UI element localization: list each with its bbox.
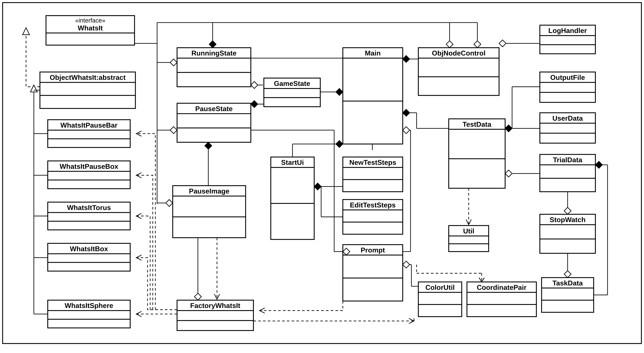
class-title: FactoryWhatsIt bbox=[190, 302, 240, 309]
class-title: EditTestSteps bbox=[350, 201, 396, 209]
class-title: Prompt bbox=[361, 246, 385, 254]
class-EditTestSteps: EditTestSteps bbox=[343, 200, 403, 234]
class-title: PauseState bbox=[195, 105, 233, 112]
class-title: StartUi bbox=[281, 158, 304, 166]
class-WhatsIt: «interface»WhatsIt bbox=[46, 15, 134, 45]
uml-diagram: «interface»WhatsItObjectWhatsIt:abstract… bbox=[0, 0, 644, 347]
class-WhatsItTorus: WhatsItTorus bbox=[48, 202, 130, 230]
class-title: NewTestSteps bbox=[349, 158, 396, 166]
class-Main: Main bbox=[343, 48, 403, 144]
class-title: WhatsItPauseBar bbox=[60, 121, 118, 129]
class-OutputFile: OutputFile bbox=[540, 72, 595, 102]
class-Util: Util bbox=[449, 226, 489, 252]
class-StartUi: StartUi bbox=[271, 157, 314, 239]
class-title: LogHandler bbox=[548, 27, 587, 34]
class-StopWatch: StopWatch bbox=[540, 214, 595, 253]
class-title: PauseImage bbox=[189, 187, 230, 195]
class-UserData: UserData bbox=[540, 113, 595, 143]
class-title: CoordinatePair bbox=[477, 284, 526, 291]
class-title: StopWatch bbox=[550, 216, 586, 224]
class-ObjectWhatsIt: ObjectWhatsIt:abstract bbox=[40, 72, 135, 108]
class-WhatsItPauseBar: WhatsItPauseBar bbox=[48, 120, 130, 148]
class-title: TaskData bbox=[552, 279, 583, 287]
class-title: WhatsItPauseBox bbox=[60, 162, 118, 170]
class-title: WhatsItSphere bbox=[65, 302, 113, 309]
class-Prompt: Prompt bbox=[343, 245, 403, 301]
class-FactoryWhatsIt: FactoryWhatsIt bbox=[177, 300, 254, 331]
class-title: ObjNodeControl bbox=[432, 49, 486, 57]
class-GameState: GameState bbox=[264, 78, 320, 107]
class-TestData: TestData bbox=[449, 119, 505, 188]
class-ColorUtil: ColorUtil bbox=[418, 282, 462, 317]
class-RunningState: RunningState bbox=[177, 48, 251, 87]
class-title: TrialData bbox=[553, 156, 582, 164]
class-title: RunningState bbox=[192, 49, 236, 57]
class-TaskData: TaskData bbox=[542, 278, 594, 312]
class-title: Main bbox=[365, 49, 381, 57]
class-TrialData: TrialData bbox=[540, 154, 595, 192]
class-WhatsItSphere: WhatsItSphere bbox=[48, 300, 130, 328]
class-WhatsItBox: WhatsItBox bbox=[48, 243, 130, 271]
svg-rect-35 bbox=[271, 157, 314, 239]
class-LogHandler: LogHandler bbox=[540, 25, 595, 54]
class-title: UserData bbox=[552, 114, 583, 122]
class-title: ColorUtil bbox=[426, 284, 455, 291]
class-title: WhatsItBox bbox=[70, 245, 108, 253]
stereotype: «interface» bbox=[75, 17, 105, 24]
class-ObjNodeControl: ObjNodeControl bbox=[418, 48, 499, 95]
class-WhatsItPauseBox: WhatsItPauseBox bbox=[48, 161, 130, 189]
class-title: WhatsIt bbox=[78, 24, 103, 32]
class-title: ObjectWhatsIt:abstract bbox=[50, 73, 126, 81]
svg-rect-38 bbox=[343, 48, 403, 144]
class-title: WhatsItTorus bbox=[67, 204, 111, 211]
class-PauseState: PauseState bbox=[177, 103, 251, 142]
class-title: OutputFile bbox=[550, 73, 585, 81]
class-NewTestSteps: NewTestSteps bbox=[343, 157, 403, 192]
class-PauseImage: PauseImage bbox=[173, 186, 246, 238]
class-title: TestData bbox=[462, 120, 492, 128]
class-title: Util bbox=[463, 227, 474, 235]
class-CoordinatePair: CoordinatePair bbox=[467, 282, 536, 317]
class-title: GameState bbox=[274, 79, 310, 87]
